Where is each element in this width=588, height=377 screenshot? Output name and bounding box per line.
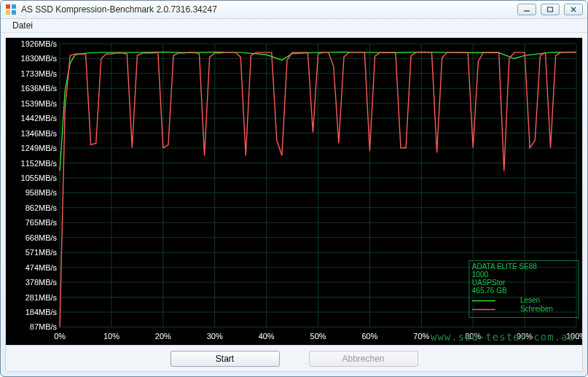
svg-text:10%: 10% [103, 332, 119, 341]
svg-text:1539MB/s: 1539MB/s [21, 99, 58, 108]
chart-area: 87MB/s184MB/s281MB/s378MB/s474MB/s571MB/… [6, 38, 582, 345]
minimize-button[interactable] [517, 4, 536, 15]
close-button[interactable] [564, 4, 583, 15]
svg-text:0%: 0% [54, 332, 66, 341]
svg-text:1000: 1000 [472, 271, 489, 279]
svg-text:1442MB/s: 1442MB/s [21, 114, 58, 123]
svg-text:50%: 50% [310, 332, 326, 341]
content-panel: 87MB/s184MB/s281MB/s378MB/s474MB/s571MB/… [5, 37, 583, 372]
svg-rect-3 [12, 10, 16, 15]
svg-text:378MB/s: 378MB/s [26, 279, 58, 287]
svg-text:40%: 40% [259, 332, 275, 341]
start-button[interactable]: Start [170, 351, 280, 367]
svg-text:70%: 70% [413, 332, 429, 341]
svg-text:1152MB/s: 1152MB/s [21, 159, 58, 168]
maximize-button[interactable] [541, 4, 560, 15]
svg-rect-1 [12, 4, 16, 9]
svg-text:60%: 60% [361, 332, 377, 341]
svg-text:571MB/s: 571MB/s [26, 249, 58, 257]
svg-text:474MB/s: 474MB/s [26, 263, 58, 272]
benchmark-chart: 87MB/s184MB/s281MB/s378MB/s474MB/s571MB/… [6, 38, 582, 345]
app-window: AS SSD Kompression-Benchmark 2.0.7316.34… [0, 0, 588, 377]
svg-text:30%: 30% [207, 332, 223, 341]
svg-text:1636MB/s: 1636MB/s [21, 85, 58, 93]
svg-text:Lesen: Lesen [520, 297, 540, 305]
svg-text:1733MB/s: 1733MB/s [21, 69, 58, 78]
window-buttons [517, 4, 583, 15]
svg-text:1249MB/s: 1249MB/s [21, 144, 58, 153]
svg-text:958MB/s: 958MB/s [26, 189, 58, 198]
titlebar: AS SSD Kompression-Benchmark 2.0.7316.34… [1, 1, 587, 19]
window-title: AS SSD Kompression-Benchmark 2.0.7316.34… [21, 4, 517, 15]
menubar: Datei [1, 19, 587, 33]
svg-text:465,76 GB: 465,76 GB [472, 287, 507, 295]
svg-text:862MB/s: 862MB/s [26, 203, 58, 212]
svg-text:1055MB/s: 1055MB/s [21, 174, 58, 182]
svg-text:UASPStor: UASPStor [472, 279, 506, 287]
svg-text:184MB/s: 184MB/s [26, 308, 58, 316]
app-icon [5, 4, 17, 15]
cancel-button: Abbrechen [309, 351, 418, 367]
svg-text:20%: 20% [155, 332, 171, 341]
svg-text:1346MB/s: 1346MB/s [21, 129, 58, 138]
svg-text:281MB/s: 281MB/s [26, 293, 58, 302]
svg-rect-0 [6, 4, 10, 9]
svg-text:1926MB/s: 1926MB/s [21, 39, 58, 48]
svg-text:www.ssd-tester.com.au: www.ssd-tester.com.au [431, 331, 575, 343]
menu-file[interactable]: Datei [8, 19, 37, 32]
svg-text:1830MB/s: 1830MB/s [21, 55, 58, 63]
svg-rect-2 [6, 10, 10, 15]
svg-rect-5 [548, 7, 553, 12]
svg-text:87MB/s: 87MB/s [30, 323, 58, 332]
svg-text:ADATA ELITE SE88: ADATA ELITE SE88 [472, 263, 538, 271]
svg-text:765MB/s: 765MB/s [26, 219, 58, 228]
footer-bar: Start Abbrechen [6, 345, 582, 371]
svg-text:Schreiben: Schreiben [520, 306, 553, 314]
svg-text:668MB/s: 668MB/s [26, 233, 58, 242]
